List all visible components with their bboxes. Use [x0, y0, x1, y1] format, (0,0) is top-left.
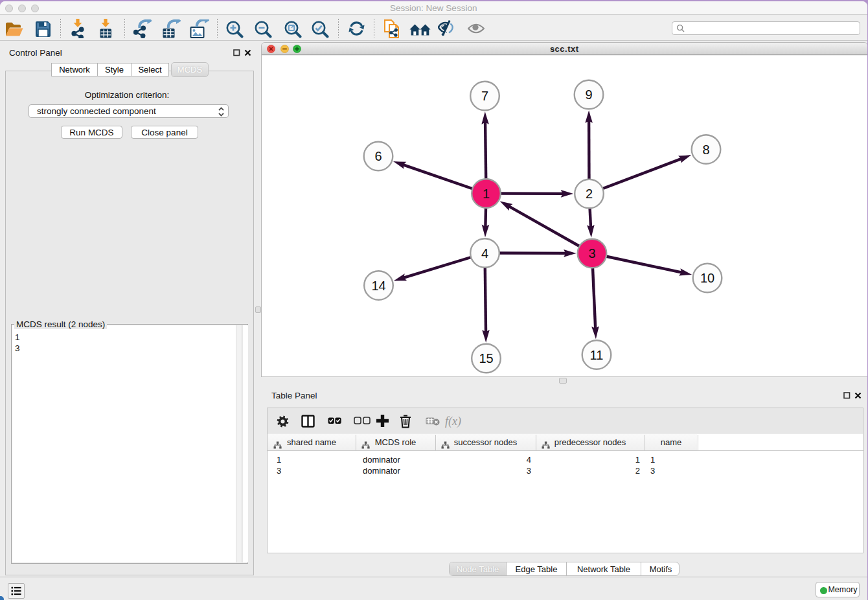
- svg-text:10: 10: [700, 271, 714, 285]
- svg-text:3: 3: [588, 246, 595, 260]
- svg-text:8: 8: [702, 142, 709, 156]
- svg-text:11: 11: [590, 347, 604, 362]
- svg-text:15: 15: [479, 351, 493, 365]
- svg-text:2: 2: [586, 187, 593, 201]
- svg-text:4: 4: [481, 246, 488, 260]
- svg-text:9: 9: [585, 87, 592, 102]
- svg-text:6: 6: [374, 149, 382, 163]
- svg-text:7: 7: [481, 89, 488, 103]
- svg-text:1: 1: [483, 186, 490, 200]
- svg-text:14: 14: [371, 278, 385, 292]
